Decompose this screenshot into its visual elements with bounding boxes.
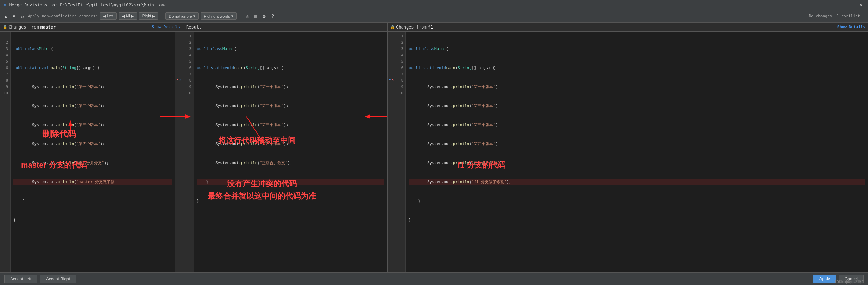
right-line-6: System.out.println("第四个版本");: [409, 141, 865, 147]
right-line-1: public class Main {: [409, 46, 865, 52]
refresh-icon[interactable]: ↺: [19, 12, 25, 20]
right-branch-name: f1: [428, 25, 433, 30]
left-gutter-8[interactable]: ✕ »: [175, 76, 183, 82]
right-code-area[interactable]: « ✕ 12345 678910 public class Main { pub…: [388, 32, 868, 272]
left-gutter-10: [175, 89, 183, 95]
right-gutter-10: [388, 89, 395, 95]
right-line-9: }: [409, 198, 865, 204]
left-gutter-1: [175, 32, 183, 38]
center-panel-header: Result: [183, 23, 387, 32]
center-line-6: System.out.println("第四个版本");: [197, 141, 384, 147]
right-gutter: « ✕: [388, 32, 395, 272]
left-line-numbers: 12345 678910: [0, 32, 11, 272]
title-bar-left: ⛭ Merge Revisions for D:\TestFile\git-te…: [3, 2, 167, 7]
left-line-9: }: [13, 198, 172, 204]
center-line-4: System.out.println("第二个版本");: [197, 103, 384, 109]
window-title: Merge Revisions for D:\TestFile\git-test…: [9, 2, 167, 7]
center-code-area[interactable]: 12345 678910 public class Main { public …: [183, 32, 387, 272]
bottom-bar: Accept Left Accept Right Apply Cancel: [0, 272, 868, 285]
left-gutter-5: [175, 57, 183, 63]
left-gutter-4: [175, 51, 183, 57]
right-gutter-9: [388, 82, 395, 89]
left-line-10: }: [13, 217, 172, 223]
left-line-5: System.out.println("第三个版本");: [13, 122, 172, 128]
right-line-7: System.out.println("正常合并分支");: [409, 160, 865, 166]
left-panel: 🔒 Changes from master Show Details 12345…: [0, 23, 183, 272]
right-gutter-5: [388, 57, 395, 63]
apply-btn[interactable]: Apply: [813, 275, 836, 283]
right-gutter-4: [388, 51, 395, 57]
right-panel-title: 🔒 Changes from f1: [390, 25, 433, 30]
app-icon: ⛭: [3, 2, 7, 7]
right-line-5: System.out.println("第三个版本");: [409, 122, 865, 128]
title-bar-controls[interactable]: ✕: [857, 2, 865, 8]
right-show-details[interactable]: Show Details: [837, 25, 865, 29]
grid-icon[interactable]: ▤: [252, 12, 259, 20]
left-panel-title: 🔒 Changes from master: [3, 25, 56, 30]
right-gutter-8[interactable]: « ✕: [388, 76, 395, 82]
apply-all-btn[interactable]: ◀ All ▶: [119, 12, 137, 20]
title-bar: ⛭ Merge Revisions for D:\TestFile\git-te…: [0, 0, 868, 10]
help-icon[interactable]: ?: [270, 12, 276, 20]
left-header-text: Changes from: [8, 25, 39, 30]
right-gutter-7: [388, 70, 395, 76]
status-text: No changes. 1 conflict.: [809, 14, 862, 18]
left-line-2: public static void main(String[] args) {: [13, 65, 172, 71]
center-line-7: System.out.println("正常合并分支");: [197, 160, 384, 166]
right-line-8: System.out.println("f1 分支做了修改");: [409, 179, 865, 185]
right-code-content: public class Main { public static void m…: [406, 32, 868, 272]
left-line-4: System.out.println("第二个版本");: [13, 103, 172, 109]
toolbar: ▲ ▼ ↺ Apply non-conflicting changes: ◀ L…: [0, 10, 868, 23]
center-line-2: public static void main(String[] args) {: [197, 65, 384, 71]
left-line-3: System.out.println("第一个版本");: [13, 84, 172, 90]
sep2: [240, 13, 240, 20]
apply-left-btn[interactable]: ◀ Left: [100, 12, 117, 20]
left-code-area[interactable]: 12345 678910 public class Main { public …: [0, 32, 183, 272]
left-show-details[interactable]: Show Details: [152, 25, 180, 29]
left-branch-name: master: [40, 25, 56, 30]
left-accept-btn[interactable]: »: [179, 77, 182, 82]
left-code-content: public class Main { public static void m…: [11, 32, 175, 272]
left-gutter-3: [175, 44, 183, 51]
main-area: 🔒 Changes from master Show Details 12345…: [0, 23, 868, 272]
highlight-dropdown[interactable]: Highlight words ▾: [201, 12, 237, 20]
swap-icon[interactable]: ⇄: [244, 12, 250, 20]
center-code-content: public class Main { public static void m…: [194, 32, 387, 272]
ignore-label: Do not ignore: [169, 14, 192, 18]
center-line-8: }: [197, 179, 384, 185]
left-line-7: System.out.println("正常合并分支");: [13, 160, 172, 166]
prev-conflict-btn[interactable]: ▲: [3, 13, 9, 20]
right-header-text: Changes from: [396, 25, 427, 30]
apply-label: Apply non-conflicting changes:: [28, 14, 98, 18]
highlight-label: Highlight words: [204, 14, 230, 18]
left-reject-btn[interactable]: ✕: [176, 77, 179, 82]
center-panel: Result 12345 678910 public class Main { …: [183, 23, 387, 272]
left-line-8: System.out.println("master 分支做了修: [13, 179, 172, 185]
bottom-left: Accept Left Accept Right: [4, 275, 76, 283]
apply-right-btn[interactable]: Right ▶: [139, 12, 158, 20]
settings-icon[interactable]: ⚙: [261, 12, 268, 20]
right-gutter-2: [388, 38, 395, 44]
right-accept-btn[interactable]: «: [389, 77, 391, 82]
left-gutter-9: [175, 82, 183, 89]
next-conflict-btn[interactable]: ▼: [11, 13, 17, 20]
watermark: CSDN @是小方呀丫: [835, 279, 865, 284]
right-line-2: public static void main(String[] args) {: [409, 65, 865, 71]
center-line-numbers: 12345 678910: [183, 32, 194, 272]
ignore-dropdown[interactable]: Do not ignore ▾: [165, 12, 198, 20]
right-gutter-6: [388, 63, 395, 70]
center-line-10: [197, 217, 384, 223]
accept-left-btn[interactable]: Accept Left: [4, 275, 37, 283]
left-panel-header: 🔒 Changes from master Show Details: [0, 23, 183, 32]
sep1: [162, 13, 162, 20]
accept-right-btn[interactable]: Accept Right: [40, 275, 76, 283]
left-line-6: System.out.println("第四个版本");: [13, 141, 172, 147]
result-label: Result: [186, 25, 201, 30]
center-line-5: System.out.println("第三个版本");: [197, 122, 384, 128]
close-icon[interactable]: ✕: [857, 2, 865, 8]
right-reject-btn[interactable]: ✕: [392, 77, 394, 82]
right-line-numbers: 12345 678910: [395, 32, 406, 272]
left-gutter: ✕ »: [175, 32, 183, 272]
right-gutter-1: [388, 32, 395, 38]
left-line-1: public class Main {: [13, 46, 172, 52]
